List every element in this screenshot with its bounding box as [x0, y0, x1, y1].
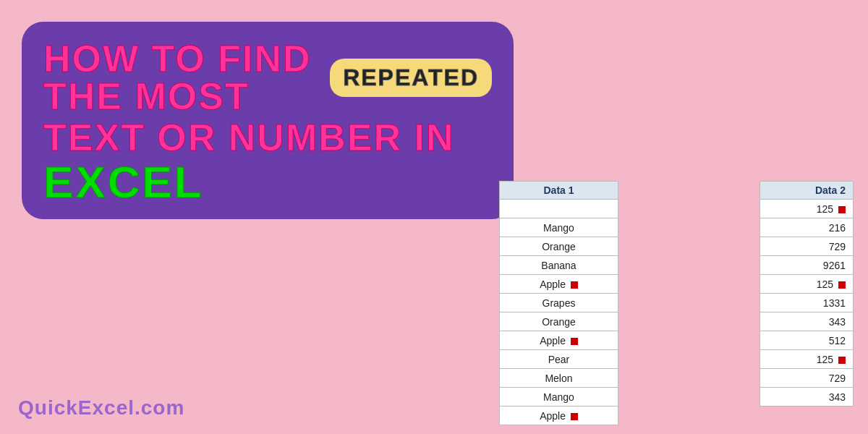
table2-row: 125 — [760, 350, 854, 369]
table2-row: 1331 — [760, 294, 854, 312]
table1-row: Orange — [500, 237, 618, 256]
data1-table-container: Data 1 MangoOrangeBananaApple GrapesOran… — [499, 181, 618, 425]
red-square-icon — [838, 357, 846, 364]
banner-title-line1: HOW TO FIND THE MOST — [43, 40, 319, 115]
table1-row: Banana — [500, 256, 618, 275]
table1-row: Apple — [500, 331, 618, 350]
table1-row: Orange — [500, 312, 618, 331]
table1-row: Apple — [500, 407, 618, 425]
red-square-icon — [838, 206, 846, 213]
table2-row: 125 — [760, 200, 854, 218]
watermark: QuickExcel.com — [18, 396, 184, 420]
table1-row: Mango — [500, 388, 618, 407]
table2-row: 729 — [760, 237, 854, 256]
table2-row: 343 — [760, 388, 854, 407]
banner-title-line2: TEXT OR NUMBER IN — [43, 119, 492, 156]
table2-row: 125 — [760, 275, 854, 294]
table2-row: 9261 — [760, 256, 854, 275]
table1-row: Grapes — [500, 294, 618, 312]
data2-table-container: Data 2 125 2167299261125 1331343512125 7… — [760, 181, 854, 407]
table1-row: Mango — [500, 218, 618, 237]
repeated-badge: REPEATED — [330, 59, 492, 97]
banner-excel-text: EXCEL — [43, 160, 492, 205]
table1-row: Pear — [500, 350, 618, 369]
table1-row: Apple — [500, 275, 618, 294]
banner: HOW TO FIND THE MOST REPEATED TEXT OR NU… — [22, 22, 514, 219]
red-square-icon — [571, 413, 578, 420]
data2-header: Data 2 — [760, 182, 854, 200]
data2-table: Data 2 125 2167299261125 1331343512125 7… — [760, 181, 854, 407]
table2-row: 729 — [760, 369, 854, 388]
data1-header: Data 1 — [500, 182, 618, 200]
table2-row: 343 — [760, 312, 854, 331]
red-square-icon — [571, 338, 578, 345]
table1-row — [500, 200, 618, 218]
table2-row: 216 — [760, 218, 854, 237]
table2-row: 512 — [760, 331, 854, 350]
table1-row: Melon — [500, 369, 618, 388]
data1-table: Data 1 MangoOrangeBananaApple GrapesOran… — [499, 181, 618, 425]
red-square-icon — [571, 281, 578, 289]
red-square-icon — [838, 281, 846, 289]
